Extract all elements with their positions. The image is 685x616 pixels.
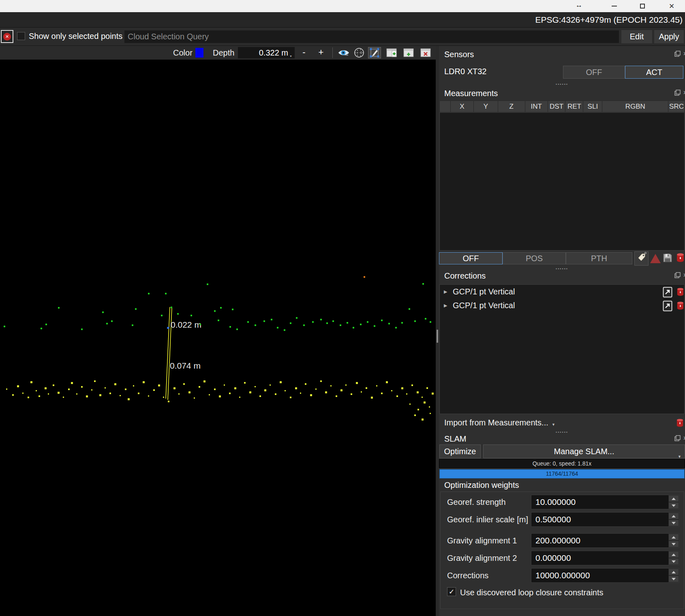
depth-increase-button[interactable]: + bbox=[316, 47, 326, 58]
close-panel-icon[interactable]: ✕ bbox=[683, 435, 685, 441]
import-from-measurements-button[interactable]: Import from Measurements... ▼ bbox=[439, 417, 685, 430]
orbit-view-button[interactable] bbox=[353, 47, 366, 58]
spin-down-button[interactable] bbox=[668, 541, 679, 547]
minimize-button[interactable] bbox=[605, 0, 623, 12]
detach-panel-icon[interactable] bbox=[674, 90, 681, 96]
col-header-z[interactable]: Z bbox=[498, 101, 525, 112]
measurements-table-body[interactable] bbox=[439, 112, 685, 251]
sensor-off-button[interactable]: OFF bbox=[563, 66, 625, 79]
maximize-button[interactable] bbox=[633, 0, 652, 12]
jump-to-icon bbox=[663, 300, 672, 311]
point-yellow bbox=[325, 391, 327, 393]
corrections-header-icons: ✕ bbox=[674, 272, 685, 278]
add-view-bottom-button[interactable] bbox=[402, 47, 415, 58]
spin-down-button[interactable] bbox=[668, 519, 679, 526]
section-splitter-3[interactable]: •••••• bbox=[439, 430, 685, 434]
close-view-button[interactable] bbox=[419, 47, 432, 58]
close-panel-icon[interactable]: ✕ bbox=[683, 272, 685, 278]
spin-down-button[interactable] bbox=[668, 502, 679, 509]
col-header-ret[interactable]: RET bbox=[565, 101, 583, 112]
measurement-line bbox=[166, 307, 170, 399]
depth-decrease-button[interactable]: - bbox=[299, 47, 309, 58]
point-green bbox=[41, 328, 42, 329]
add-pane-bottom-icon bbox=[403, 48, 414, 57]
spin-up-button[interactable] bbox=[668, 569, 679, 575]
spin-up-button[interactable] bbox=[668, 513, 679, 519]
pane-splitter[interactable] bbox=[436, 46, 439, 616]
close-button[interactable]: ✕ bbox=[662, 0, 681, 12]
manage-slam-button[interactable]: Manage SLAM... ▼ bbox=[483, 444, 685, 458]
point-green bbox=[148, 293, 150, 294]
expand-icon[interactable]: ▶ bbox=[444, 289, 447, 294]
color-swatch-button[interactable] bbox=[195, 48, 203, 58]
locate-correction-button[interactable] bbox=[663, 287, 672, 299]
point-green bbox=[347, 322, 348, 324]
expand-icon[interactable]: ▶ bbox=[444, 303, 447, 308]
gravity-alignment-2-input[interactable]: 0.000000 bbox=[531, 551, 679, 565]
col-header-sli[interactable]: SLI bbox=[583, 101, 602, 112]
close-panel-icon[interactable]: ✕ bbox=[683, 90, 685, 96]
spin-down-button[interactable] bbox=[668, 575, 679, 582]
edit-button[interactable]: Edit bbox=[621, 30, 653, 44]
unit-dropdown-icon[interactable]: ▼ bbox=[289, 55, 292, 58]
detach-panel-icon[interactable] bbox=[674, 51, 681, 57]
detach-panel-icon[interactable] bbox=[674, 435, 681, 441]
point-yellow bbox=[295, 387, 297, 389]
spin-up-button[interactable] bbox=[668, 495, 679, 502]
point-yellow bbox=[6, 388, 7, 390]
delete-all-corrections-button[interactable] bbox=[676, 418, 684, 429]
spin-down-button[interactable] bbox=[668, 558, 679, 565]
add-view-right-button[interactable] bbox=[385, 47, 398, 58]
measure-mode-pos-button[interactable]: POS bbox=[503, 252, 566, 264]
measure-mode-pth-button[interactable]: PTH bbox=[566, 252, 632, 264]
section-splitter-2[interactable]: •••••• bbox=[439, 267, 685, 271]
col-header-x[interactable]: X bbox=[451, 101, 474, 112]
point-yellow bbox=[391, 390, 392, 391]
show-only-selected-checkbox[interactable] bbox=[17, 32, 25, 40]
col-header-blank[interactable] bbox=[440, 101, 451, 112]
cone-marker-button[interactable] bbox=[650, 254, 661, 263]
depth-value-input[interactable]: 0.322 m bbox=[238, 47, 295, 58]
col-header-rgbn[interactable]: RGBN bbox=[602, 101, 668, 112]
point-green bbox=[284, 329, 285, 331]
delete-correction-button[interactable] bbox=[676, 300, 684, 312]
section-splitter-1[interactable]: •••••• bbox=[439, 82, 685, 86]
delete-measurements-button[interactable] bbox=[676, 252, 685, 264]
correction-item[interactable]: ▶ GCP/1 pt Vertical bbox=[440, 285, 684, 299]
delete-correction-button[interactable] bbox=[676, 287, 684, 298]
georef-inlier-scale-input[interactable]: 0.500000 bbox=[531, 512, 679, 527]
tag-measurement-button[interactable] bbox=[634, 251, 649, 266]
color-label: Color bbox=[173, 48, 193, 58]
spin-up-button[interactable] bbox=[668, 534, 679, 541]
point-yellow bbox=[229, 393, 231, 394]
point-green bbox=[430, 321, 431, 323]
loop-closure-checkbox[interactable]: ✓ bbox=[447, 587, 456, 596]
corrections-weight-input[interactable]: 10000.000000 bbox=[531, 568, 679, 583]
optimize-button[interactable]: Optimize bbox=[439, 444, 481, 458]
col-header-int[interactable]: INT bbox=[525, 101, 548, 112]
locate-correction-button[interactable] bbox=[663, 300, 672, 313]
gravity-alignment-1-input[interactable]: 200.000000 bbox=[531, 533, 679, 548]
cloud-selection-query-input[interactable] bbox=[124, 30, 619, 43]
spin-up-button[interactable] bbox=[668, 551, 679, 558]
col-header-y[interactable]: Y bbox=[474, 101, 498, 112]
col-header-src[interactable]: SRC bbox=[668, 101, 685, 112]
point-yellow bbox=[76, 393, 77, 395]
correction-item[interactable]: ▶ GCP/1 pt Vertical bbox=[440, 299, 684, 313]
apply-button[interactable]: Apply bbox=[654, 30, 684, 44]
visibility-button[interactable] bbox=[337, 47, 350, 58]
viewport-canvas[interactable]: 0.022 m 0.074 m bbox=[0, 60, 436, 616]
point-green bbox=[111, 320, 113, 322]
detach-panel-icon[interactable] bbox=[674, 272, 681, 278]
point-yellow bbox=[81, 386, 83, 388]
measure-mode-off-button[interactable]: OFF bbox=[439, 252, 503, 264]
save-measurements-button[interactable] bbox=[663, 253, 672, 264]
clear-selection-button[interactable]: ✕ bbox=[1, 30, 13, 43]
loop-closure-label: Use discovered loop closure constraints bbox=[460, 588, 604, 597]
georef-strength-input[interactable]: 10.000000 bbox=[531, 495, 679, 509]
col-header-dst[interactable]: DST bbox=[548, 101, 566, 112]
jump-to-icon bbox=[663, 287, 672, 298]
select-draw-tool-button[interactable] bbox=[368, 47, 381, 58]
close-panel-icon[interactable]: ✕ bbox=[683, 51, 685, 57]
sensor-act-button[interactable]: ACT bbox=[625, 66, 683, 79]
